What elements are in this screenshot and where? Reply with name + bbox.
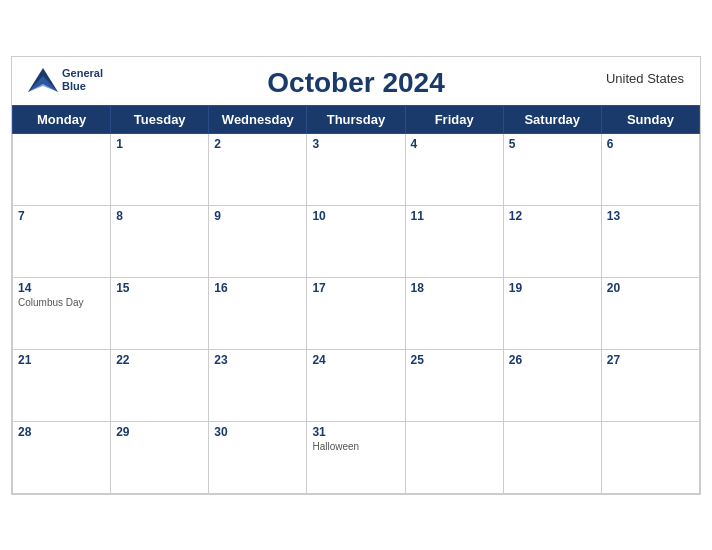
day-number: 31 — [312, 425, 399, 439]
calendar-cell: 18 — [405, 277, 503, 349]
logo-line1: General — [62, 67, 103, 80]
calendar-cell: 2 — [209, 133, 307, 205]
day-number: 11 — [411, 209, 498, 223]
day-number: 17 — [312, 281, 399, 295]
calendar-cell: 6 — [601, 133, 699, 205]
calendar-table: MondayTuesdayWednesdayThursdayFridaySatu… — [12, 105, 700, 494]
calendar-cell: 13 — [601, 205, 699, 277]
weekday-header: Sunday — [601, 105, 699, 133]
day-number: 1 — [116, 137, 203, 151]
day-number: 2 — [214, 137, 301, 151]
day-number: 25 — [411, 353, 498, 367]
day-number: 5 — [509, 137, 596, 151]
day-number: 14 — [18, 281, 105, 295]
calendar-cell: 8 — [111, 205, 209, 277]
logo-text: General Blue — [62, 67, 103, 93]
day-number: 19 — [509, 281, 596, 295]
logo-area: General Blue — [28, 67, 103, 93]
calendar-cell: 14Columbus Day — [13, 277, 111, 349]
calendar-cell: 4 — [405, 133, 503, 205]
holiday-label: Halloween — [312, 441, 399, 452]
calendar-week-row: 123456 — [13, 133, 700, 205]
day-number: 27 — [607, 353, 694, 367]
logo-line2: Blue — [62, 80, 103, 93]
day-number: 8 — [116, 209, 203, 223]
day-number: 12 — [509, 209, 596, 223]
weekday-header: Thursday — [307, 105, 405, 133]
calendar-cell: 5 — [503, 133, 601, 205]
page-title: October 2024 — [267, 67, 444, 99]
calendar-cell: 10 — [307, 205, 405, 277]
calendar-cell: 7 — [13, 205, 111, 277]
day-number: 3 — [312, 137, 399, 151]
day-number: 28 — [18, 425, 105, 439]
weekday-header-row: MondayTuesdayWednesdayThursdayFridaySatu… — [13, 105, 700, 133]
day-number: 29 — [116, 425, 203, 439]
weekday-header: Saturday — [503, 105, 601, 133]
day-number: 9 — [214, 209, 301, 223]
weekday-header: Friday — [405, 105, 503, 133]
calendar-cell: 11 — [405, 205, 503, 277]
calendar-cell: 9 — [209, 205, 307, 277]
calendar-cell: 22 — [111, 349, 209, 421]
day-number: 15 — [116, 281, 203, 295]
calendar-cell: 25 — [405, 349, 503, 421]
calendar-week-row: 14Columbus Day151617181920 — [13, 277, 700, 349]
calendar-cell — [405, 421, 503, 493]
calendar-cell: 15 — [111, 277, 209, 349]
calendar-cell: 30 — [209, 421, 307, 493]
day-number: 21 — [18, 353, 105, 367]
day-number: 16 — [214, 281, 301, 295]
calendar-cell: 23 — [209, 349, 307, 421]
day-number: 30 — [214, 425, 301, 439]
calendar-cell: 1 — [111, 133, 209, 205]
calendar-cell — [503, 421, 601, 493]
weekday-header: Wednesday — [209, 105, 307, 133]
day-number: 20 — [607, 281, 694, 295]
calendar-week-row: 78910111213 — [13, 205, 700, 277]
weekday-header: Tuesday — [111, 105, 209, 133]
day-number: 24 — [312, 353, 399, 367]
calendar-cell: 20 — [601, 277, 699, 349]
calendar-cell: 31Halloween — [307, 421, 405, 493]
calendar-cell: 26 — [503, 349, 601, 421]
calendar-cell: 28 — [13, 421, 111, 493]
calendar-cell: 24 — [307, 349, 405, 421]
day-number: 22 — [116, 353, 203, 367]
calendar-container: General Blue October 2024 United States … — [11, 56, 701, 495]
calendar-cell: 27 — [601, 349, 699, 421]
calendar-cell: 12 — [503, 205, 601, 277]
day-number: 18 — [411, 281, 498, 295]
svg-marker-1 — [28, 76, 58, 92]
day-number: 4 — [411, 137, 498, 151]
calendar-header: General Blue October 2024 United States — [12, 57, 700, 105]
day-number: 10 — [312, 209, 399, 223]
calendar-cell — [13, 133, 111, 205]
country-label: United States — [606, 71, 684, 86]
calendar-week-row: 28293031Halloween — [13, 421, 700, 493]
day-number: 26 — [509, 353, 596, 367]
calendar-cell: 17 — [307, 277, 405, 349]
calendar-cell: 3 — [307, 133, 405, 205]
logo-icon — [28, 68, 58, 92]
calendar-week-row: 21222324252627 — [13, 349, 700, 421]
calendar-cell: 16 — [209, 277, 307, 349]
calendar-cell: 19 — [503, 277, 601, 349]
weekday-header: Monday — [13, 105, 111, 133]
day-number: 7 — [18, 209, 105, 223]
day-number: 6 — [607, 137, 694, 151]
holiday-label: Columbus Day — [18, 297, 105, 308]
calendar-cell: 21 — [13, 349, 111, 421]
day-number: 23 — [214, 353, 301, 367]
calendar-cell — [601, 421, 699, 493]
calendar-cell: 29 — [111, 421, 209, 493]
day-number: 13 — [607, 209, 694, 223]
